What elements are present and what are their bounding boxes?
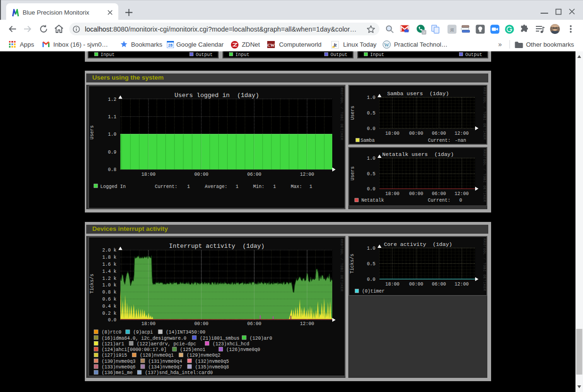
svg-text:18:00: 18:00 [385,191,399,196]
svg-text:00:00: 00:00 [409,191,423,196]
svg-text:(127)i915: (127)i915 [101,353,127,358]
svg-text:1: 1 [273,184,276,189]
svg-text:1.2 k: 1.2 k [102,276,116,281]
svg-text:1.2: 1.2 [107,97,116,102]
svg-text:Current:: Current: [155,184,177,189]
svg-text:28: 28 [168,43,173,48]
svg-text:0.0: 0.0 [367,277,375,282]
svg-text:0.0: 0.0 [367,187,375,192]
svg-text:1.0: 1.0 [367,246,375,251]
svg-text:00:00: 00:00 [409,282,423,287]
svg-text:RRDTOOL / TOBI OETIKER: RRDTOOL / TOBI OETIKER [482,238,486,291]
svg-text:Logged In: Logged In [100,184,125,189]
svg-text:00:00: 00:00 [194,321,208,327]
svg-text:(126)nvme0q0: (126)nvme0q0 [226,347,260,352]
svg-text:12:00: 12:00 [454,191,468,196]
svg-text:12:00: 12:00 [300,321,314,327]
svg-text:Output: Output [330,52,347,57]
svg-text:Ticks/s: Ticks/s [90,274,95,294]
svg-text:Output: Output [465,52,482,57]
svg-text:(21)i801_smbus: (21)i801_smbus [199,335,239,341]
svg-text:12:00: 12:00 [454,131,468,136]
svg-text:(125)eno1: (125)eno1 [180,347,205,352]
svg-text:12:00: 12:00 [454,282,468,287]
svg-text:1.4 k: 1.4 k [102,269,116,274]
svg-text:(9)acpi: (9)acpi [133,330,153,335]
svg-text:18:00: 18:00 [141,172,155,177]
svg-text:18:00: 18:00 [141,321,155,327]
svg-text:Users logged in (1day): Users logged in (1day) [174,91,259,98]
svg-text:Average:: Average: [205,184,227,189]
svg-text:Current:: Current: [427,138,450,143]
svg-text:RRDTOOL / TOBI OETIKER: RRDTOOL / TOBI OETIKER [340,88,344,140]
svg-text:Ticks/s: Ticks/s [350,254,355,274]
svg-text:Input: Input [370,52,384,57]
svg-text:00:00: 00:00 [194,172,208,177]
svg-text:Netatalk users (1day): Netatalk users (1day) [382,151,454,157]
svg-text:(122)aerdrv, pcie-dpc: (122)aerdrv, pcie-dpc [137,342,196,347]
svg-text:Interrupt activity (1day): Interrupt activity (1day) [169,242,264,249]
svg-text:0.6 k: 0.6 k [102,297,116,302]
svg-text:1.8 k: 1.8 k [102,255,116,260]
svg-text:(120)ar0: (120)ar0 [249,335,272,341]
svg-text:lt: lt [334,42,337,48]
svg-text:1.0 k: 1.0 k [102,283,116,288]
svg-text:RRDTOOL / TOBI OETIKER: RRDTOOL / TOBI OETIKER [340,239,344,292]
svg-text:(0)timer: (0)timer [362,289,385,294]
svg-text:1: 1 [236,184,238,189]
svg-text:18:00: 18:00 [385,131,399,136]
svg-text:(135)nvme0q8: (135)nvme0q8 [195,365,229,370]
svg-text:0.2 k: 0.2 k [102,311,116,316]
svg-text:W: W [384,42,389,48]
svg-text:Input: Input [100,52,115,57]
svg-text:0.8: 0.8 [107,167,116,172]
svg-text:RRDTOOL / TOBI OETIKER: RRDTOOL / TOBI OETIKER [482,149,486,202]
svg-text:1: 1 [187,184,190,189]
svg-text:1.0: 1.0 [107,132,116,137]
svg-text:(14)INT3450:00: (14)INT3450:00 [165,330,205,335]
svg-text:18:00: 18:00 [385,282,399,287]
svg-text:06:00: 06:00 [247,321,261,327]
svg-text:(121)ar1: (121)ar1 [101,342,124,347]
svg-text:Output: Output [196,52,213,57]
svg-text:(123)xhci_hcd: (123)xhci_hcd [213,342,249,347]
svg-text:Input: Input [235,52,249,57]
svg-text:Min:: Min: [253,184,264,189]
svg-text:Core activity (1day): Core activity (1day) [384,242,452,248]
svg-text:(8)rtc0: (8)rtc0 [101,330,121,335]
svg-text:Samba: Samba [361,138,375,143]
svg-text:06:00: 06:00 [432,131,446,136]
svg-text:?: ? [423,31,425,35]
svg-text:(16)idma64.0, i2c_designware.0: (16)idma64.0, i2c_designware.0 [101,335,186,341]
svg-text:Users: Users [90,125,95,139]
svg-text:Current:: Current: [427,198,450,203]
svg-text:Я: Я [450,27,454,33]
svg-text:0: 0 [459,198,462,203]
svg-text:(134)nvme0q7: (134)nvme0q7 [148,365,182,370]
svg-text:Samba users (1day): Samba users (1day) [387,90,449,97]
svg-text:Users: Users [350,166,355,180]
svg-text:1: 1 [309,184,312,189]
svg-text:1.0: 1.0 [367,156,375,161]
svg-text:(133)nvme0q6: (133)nvme0q6 [101,365,135,370]
svg-text:(129)nvme0q2: (129)nvme0q2 [186,353,220,358]
svg-text:06:00: 06:00 [247,172,261,177]
svg-text:Max:: Max: [291,184,302,189]
svg-text:0.5: 0.5 [367,172,375,177]
svg-text:-nan: -nan [454,138,466,143]
svg-text:CW: CW [267,43,275,48]
svg-text:1.0: 1.0 [367,96,375,101]
svg-text:(131)nvme0q4: (131)nvme0q4 [148,359,182,364]
svg-text:RRDTOOL / TOBI OETIKER: RRDTOOL / TOBI OETIKER [482,87,486,140]
svg-text:0.0: 0.0 [367,126,375,131]
svg-text:0.4 k: 0.4 k [102,304,116,309]
svg-text:0.0: 0.0 [107,318,116,323]
svg-text:(128)nvme0q1: (128)nvme0q1 [140,353,173,358]
svg-text:2.0 k: 2.0 k [102,248,116,253]
svg-text:0.5: 0.5 [367,111,375,116]
svg-text:(124)ahci[0000:00:17.0]: (124)ahci[0000:00:17.0] [101,347,166,352]
svg-text:(136)mei_me: (136)mei_me [101,370,132,375]
svg-text:1.1: 1.1 [107,114,116,120]
svg-text:12:00: 12:00 [300,172,314,177]
svg-text:00:00: 00:00 [409,131,423,136]
